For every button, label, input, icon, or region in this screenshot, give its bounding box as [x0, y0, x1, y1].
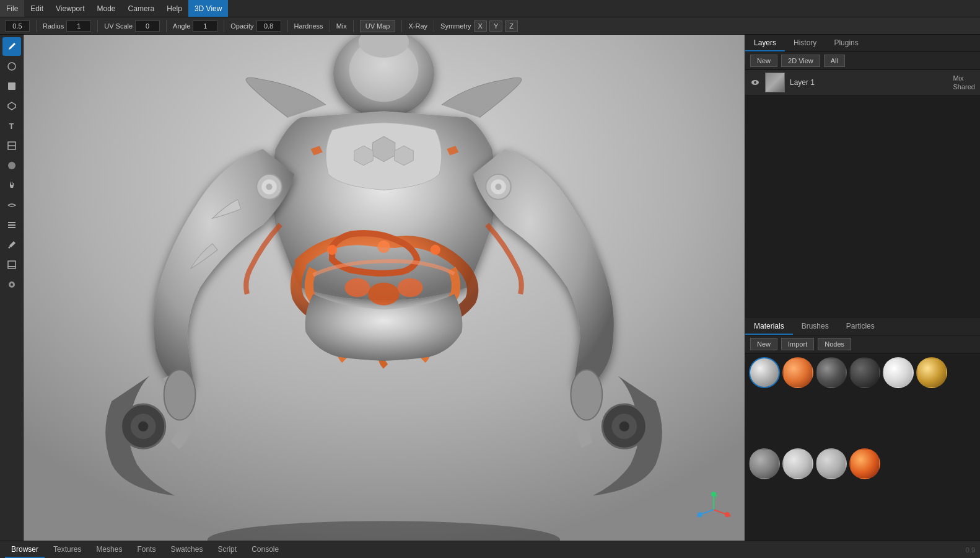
material-swatch-3[interactable]: [849, 357, 880, 388]
svg-point-5: [8, 162, 15, 169]
svg-marker-2: [8, 102, 15, 110]
angle-input[interactable]: [193, 20, 217, 32]
material-swatch-1[interactable]: [782, 357, 813, 388]
tab-brushes[interactable]: Brushes: [793, 318, 838, 335]
svg-point-23: [398, 278, 423, 297]
menu-file[interactable]: File: [0, 0, 24, 17]
material-swatch-6[interactable]: [749, 448, 780, 479]
angle-label: Angle: [173, 22, 190, 30]
viewport[interactable]: x y z: [24, 35, 745, 541]
toolbar-sep-7: [353, 20, 354, 32]
materials-tabs: Materials Brushes Particles: [745, 318, 980, 335]
svg-point-0: [8, 63, 15, 70]
hardness-control: Hardness: [294, 22, 323, 30]
svg-point-26: [377, 241, 390, 253]
sym-z-btn[interactable]: Z: [505, 20, 518, 32]
svg-text:x: x: [728, 512, 732, 518]
radius-label: Radius: [43, 22, 64, 30]
svg-point-32: [619, 422, 629, 432]
bottom-tab-swatches[interactable]: Swatches: [164, 541, 209, 558]
tool-settings[interactable]: [2, 275, 21, 294]
opacity-control: Opacity: [230, 20, 281, 32]
brush-size-input[interactable]: [5, 20, 30, 32]
tool-eyedropper[interactable]: [2, 236, 21, 254]
material-swatch-4[interactable]: [883, 357, 914, 388]
sym-y-btn[interactable]: Y: [489, 20, 502, 32]
menu-edit[interactable]: Edit: [24, 0, 50, 17]
menu-viewport[interactable]: Viewport: [50, 0, 90, 17]
right-panel: Layers History Plugins New 2D View All L…: [745, 35, 980, 541]
radius-control: Radius: [43, 20, 91, 32]
material-swatch-8[interactable]: [816, 448, 847, 479]
tab-history[interactable]: History: [785, 35, 825, 51]
layers-2dview-btn[interactable]: 2D View: [781, 55, 820, 67]
svg-rect-7: [8, 224, 15, 226]
svg-point-21: [344, 278, 370, 297]
tool-polygon[interactable]: [2, 97, 21, 115]
layer-item: Layer 1 Mix Shared: [745, 70, 980, 95]
toolbar-sep-2: [97, 20, 98, 32]
tool-sphere[interactable]: [2, 156, 21, 175]
opacity-input[interactable]: [256, 20, 281, 32]
material-swatch-9[interactable]: [849, 448, 880, 479]
tab-plugins[interactable]: Plugins: [825, 35, 867, 51]
uvmap-control: UV Map: [360, 20, 396, 32]
bottom-tab-fonts[interactable]: Fonts: [131, 541, 162, 558]
layers-all-btn[interactable]: All: [824, 55, 845, 67]
xray-label: X-Ray: [408, 22, 427, 30]
svg-text:z: z: [696, 512, 699, 518]
bottom-tabs: Browser Textures Meshes Fonts Swatches S…: [0, 541, 980, 558]
toolbar-sep-9: [434, 20, 434, 32]
material-swatch-2[interactable]: [816, 357, 847, 388]
bottom-tab-meshes[interactable]: Meshes: [90, 541, 128, 558]
brush-size-control: [5, 20, 30, 32]
tool-text[interactable]: T: [2, 117, 21, 135]
materials-new-btn[interactable]: New: [750, 338, 777, 350]
layers-new-btn[interactable]: New: [750, 55, 777, 67]
materials-import-btn[interactable]: Import: [781, 338, 814, 350]
sym-x-btn[interactable]: X: [474, 20, 487, 32]
layer-visibility-toggle[interactable]: [750, 78, 760, 87]
menu-help[interactable]: Help: [160, 0, 188, 17]
bottom-tab-script[interactable]: Script: [211, 541, 243, 558]
tool-grab[interactable]: [2, 176, 21, 195]
tool-select-circle[interactable]: [2, 57, 21, 76]
svg-rect-9: [8, 261, 15, 267]
version-label: 0.9: [966, 546, 975, 554]
xray-control: X-Ray: [408, 22, 427, 30]
tab-materials[interactable]: Materials: [745, 318, 793, 335]
uvmap-btn[interactable]: UV Map: [360, 20, 396, 32]
tool-uv[interactable]: [2, 136, 21, 155]
tool-paint[interactable]: [2, 37, 21, 56]
radius-input[interactable]: [66, 20, 91, 32]
bottom-tab-textures[interactable]: Textures: [47, 541, 87, 558]
material-swatch-5[interactable]: [916, 357, 947, 388]
bottom-tab-browser[interactable]: Browser: [5, 541, 45, 558]
tab-layers[interactable]: Layers: [745, 35, 785, 51]
toolbar-sep-3: [166, 20, 167, 32]
tab-particles[interactable]: Particles: [838, 318, 883, 335]
toolbar-sep-5: [287, 20, 288, 32]
tool-smear[interactable]: [2, 196, 21, 215]
material-swatch-0[interactable]: [749, 357, 780, 388]
materials-nodes-btn[interactable]: Nodes: [818, 338, 851, 350]
svg-point-33: [164, 370, 196, 420]
tool-fill[interactable]: [2, 77, 21, 95]
menu-camera[interactable]: Camera: [122, 0, 161, 17]
svg-point-22: [368, 283, 400, 306]
menu-mode[interactable]: Mode: [91, 0, 122, 17]
tool-export[interactable]: [2, 255, 21, 274]
svg-point-51: [754, 81, 756, 84]
mix-label: Mix: [336, 22, 347, 30]
bottom-tab-console[interactable]: Console: [245, 541, 285, 558]
menu-3dview[interactable]: 3D View: [188, 0, 228, 17]
uvscale-control: UV Scale: [104, 20, 160, 32]
svg-rect-6: [8, 222, 15, 223]
tool-layers[interactable]: [2, 216, 21, 234]
svg-point-37: [266, 184, 272, 190]
uvscale-input[interactable]: [135, 20, 160, 32]
uvscale-label: UV Scale: [104, 22, 133, 30]
hardness-label: Hardness: [294, 22, 323, 30]
opacity-label: Opacity: [230, 22, 253, 30]
material-swatch-7[interactable]: [782, 448, 813, 479]
